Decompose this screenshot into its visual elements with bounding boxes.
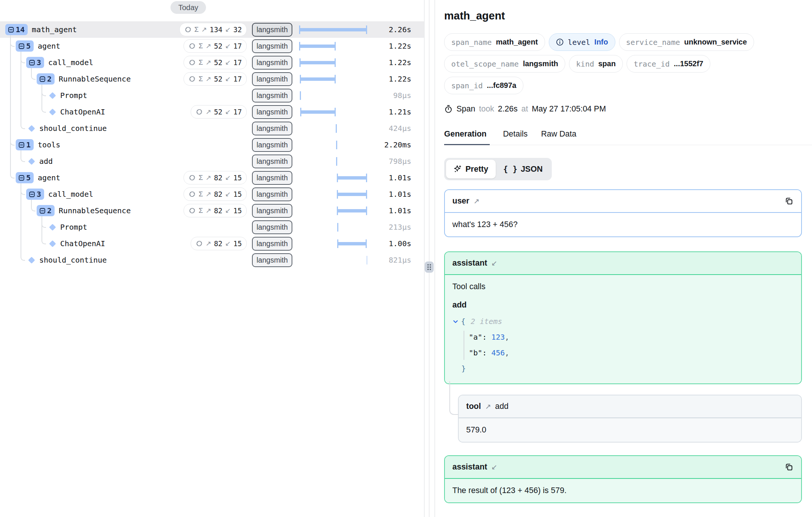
assistant-card-header: assistant ↙ (445, 456, 801, 479)
pretty-view-button[interactable]: Pretty (446, 160, 496, 178)
role-label: user (452, 196, 469, 206)
timeline-track (299, 54, 367, 71)
langsmith-tag: langsmith (252, 39, 292, 53)
trace-tree-row-agent[interactable]: 5agentΣ↗82↙15langsmith1.01s (0, 169, 424, 186)
tab-details[interactable]: Details (503, 129, 528, 145)
trace-tree-row-agent[interactable]: 5agentΣ↗52↙17langsmith1.22s (0, 38, 424, 54)
chip-key: level (568, 38, 590, 47)
span-attribute-chips: span_namemath_agentlevelInfoservice_name… (444, 33, 762, 94)
chevron-down-icon[interactable] (452, 318, 459, 325)
duration-value: 1.21s (367, 107, 411, 116)
json-comma: , (505, 333, 509, 342)
chip-value: ...fc897a (487, 81, 516, 90)
tokens-out-count: 32 (233, 25, 242, 34)
langsmith-tag: langsmith (252, 72, 292, 86)
arrow-down-left-icon: ↙ (491, 259, 497, 267)
tokens-in-count: 52 (214, 42, 222, 50)
leaf-diamond-icon (49, 108, 56, 115)
tool-connector-line (449, 381, 459, 415)
collapse-toggle-badge[interactable]: 2 (37, 73, 55, 85)
json-items-summary: 2 items (471, 317, 502, 326)
collapse-toggle-badge[interactable]: 14 (5, 24, 28, 35)
tokens-out-count: 17 (233, 108, 242, 116)
duration-bar (300, 110, 336, 114)
duration-value: 1.22s (367, 58, 411, 67)
tokens-out-arrow-icon: ↙ (225, 58, 231, 67)
collapse-toggle-badge[interactable]: 1 (16, 139, 34, 150)
tool-call-name: add (452, 300, 794, 310)
token-usage-badge: Σ↗134↙32 (179, 23, 247, 36)
stopwatch-icon (444, 105, 453, 113)
trace-tree-row-RunnableSequence[interactable]: 2RunnableSequenceΣ↗52↙17langsmith1.22s (0, 71, 424, 87)
trace-tree-row-math_agent[interactable]: 14math_agentΣ↗134↙32langsmith2.26s (0, 21, 424, 38)
tool-call-args-json: { 2 items "a":123,"b":456, } (452, 313, 794, 376)
collapse-toggle-badge[interactable]: 3 (26, 189, 44, 200)
langsmith-tag: langsmith (252, 220, 292, 234)
date-filter-pill[interactable]: Today (170, 1, 206, 14)
collapse-toggle-badge[interactable]: 2 (37, 205, 55, 216)
collapse-toggle-badge[interactable]: 5 (16, 172, 34, 183)
sigma-icon: Σ (199, 174, 203, 182)
timeline-track (299, 235, 367, 252)
json-view-button[interactable]: { } JSON (496, 160, 550, 178)
panel-resize-divider[interactable] (429, 0, 430, 517)
coin-icon (188, 190, 196, 198)
child-count: 2 (47, 206, 52, 215)
trace-tree-rows: 14math_agentΣ↗134↙32langsmith2.26s5agent… (0, 21, 424, 268)
timeline-track (299, 252, 367, 268)
timeline-track (299, 153, 367, 169)
trace-tree-row-tools[interactable]: 1toolslangsmith2.20ms (0, 137, 424, 153)
collapse-toggle-badge[interactable]: 3 (26, 57, 44, 68)
tokens-out-arrow-icon: ↙ (225, 108, 231, 116)
tokens-out-arrow-icon: ↙ (225, 75, 231, 83)
trace-tree-row-Prompt[interactable]: Promptlangsmith98µs (0, 87, 424, 104)
trace-tree-row-Prompt[interactable]: Promptlangsmith213µs (0, 219, 424, 235)
trace-tree-row-call_model[interactable]: 3call_modelΣ↗82↙15langsmith1.01s (0, 186, 424, 202)
attribute-chip-kind: kindspan (569, 55, 623, 73)
sigma-icon: Σ (199, 207, 203, 215)
grip-dots-icon (427, 263, 432, 271)
copy-button[interactable] (784, 462, 794, 472)
span-detail-panel: math_agent span_namemath_agentlevelInfos… (435, 0, 812, 517)
coin-icon (188, 207, 196, 214)
chip-key: otel_scope_name (451, 59, 519, 68)
timeline-track (299, 120, 367, 137)
tokens-in-arrow-icon: ↗ (206, 58, 211, 67)
tokens-in-arrow-icon: ↗ (206, 108, 211, 116)
trace-tree-row-RunnableSequence[interactable]: 2RunnableSequenceΣ↗82↙15langsmith1.01s (0, 202, 424, 219)
square-minus-icon (29, 191, 35, 198)
token-usage-badge: ↗52↙17 (191, 105, 247, 119)
collapse-toggle-badge[interactable]: 5 (16, 40, 34, 52)
user-message-text: what's 123 + 456? (445, 213, 801, 236)
tab-raw-data[interactable]: Raw Data (541, 129, 576, 145)
chip-value: unknown_service (684, 38, 747, 46)
token-usage-badge: Σ↗82↙15 (184, 171, 247, 184)
json-value: 123 (491, 333, 505, 342)
tokens-out-count: 15 (233, 239, 242, 248)
trace-tree-row-should_continue[interactable]: should_continuelangsmith424µs (0, 120, 424, 137)
copy-icon (784, 196, 794, 206)
trace-tree-row-ChatOpenAI[interactable]: ChatOpenAI↗52↙17langsmith1.21s (0, 104, 424, 120)
tokens-in-arrow-icon: ↗ (206, 42, 211, 50)
tokens-in-arrow-icon: ↗ (206, 207, 211, 215)
langsmith-tag: langsmith (252, 187, 292, 201)
tokens-in-count: 52 (214, 75, 222, 83)
trace-tree-row-call_model[interactable]: 3call_modelΣ↗52↙17langsmith1.22s (0, 54, 424, 71)
span-name-label: ChatOpenAI (60, 239, 105, 248)
token-usage-badge: Σ↗82↙15 (184, 187, 247, 201)
assistant-tool-call-body: Tool calls add { 2 items "a":123,"b":456… (445, 275, 801, 383)
tab-generation[interactable]: Generation (444, 129, 490, 145)
tokens-out-arrow-icon: ↙ (225, 25, 231, 34)
resize-grip-handle[interactable] (425, 261, 434, 273)
span-title: math_agent (444, 10, 802, 22)
leaf-diamond-icon (28, 125, 35, 132)
message-card-tool: tool ↗ add 579.0 (458, 395, 802, 443)
trace-tree-row-ChatOpenAI[interactable]: ChatOpenAI↗82↙15langsmith1.00s (0, 235, 424, 252)
copy-button[interactable] (784, 196, 794, 206)
trace-tree-row-should_continue[interactable]: should_continuelangsmith821µs (0, 252, 424, 268)
langsmith-tag: langsmith (252, 105, 292, 119)
info-circle-icon (556, 38, 564, 46)
trace-tree-row-add[interactable]: addlangsmith798µs (0, 153, 424, 169)
json-entry-line: "b":456, (452, 345, 794, 361)
duration-bar (337, 242, 367, 245)
